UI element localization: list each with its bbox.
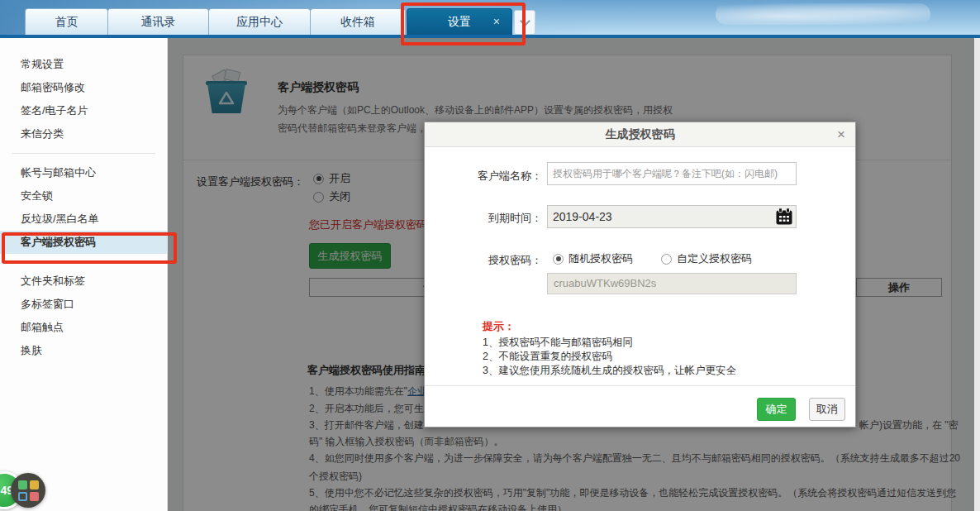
tab-settings[interactable]: 设置 × [407, 8, 512, 35]
radio-row-random: 随机授权密码 [553, 251, 633, 266]
ok-button[interactable]: 确定 [757, 398, 796, 421]
radio-random-password[interactable] [553, 254, 564, 265]
sidebar-item-account-center[interactable]: 帐号与邮箱中心 [0, 161, 167, 184]
dialog-title: 生成授权密码 [425, 122, 855, 146]
chevron-down-icon [520, 16, 530, 26]
grid-square-green [18, 480, 27, 490]
tip-item-1: 1、授权密码不能与邮箱密码相同 [483, 336, 633, 350]
dialog-footer-divider [425, 385, 855, 386]
radio-row-custom: 自定义授权密码 [661, 251, 752, 266]
tab-home[interactable]: 首页 [25, 8, 108, 35]
sidebar-item-antispam[interactable]: 反垃圾/黑白名单 [0, 208, 167, 231]
client-name-input[interactable] [547, 162, 797, 185]
tab-close-icon[interactable]: × [493, 15, 500, 28]
generate-password-dialog: 生成授权密码 × 客户端名称： 到期时间： 授权密码： 随机授权密码 [424, 122, 856, 427]
dialog-header: 生成授权密码 × [425, 122, 855, 147]
sidebar-item-skin[interactable]: 换肤 [0, 339, 167, 362]
grid-square-blue [18, 492, 27, 501]
sidebar-item-mail-touchpoint[interactable]: 邮箱触点 [0, 316, 167, 339]
grid-square-yellow [30, 480, 39, 490]
cloud-decoration [716, 3, 930, 25]
webmail-settings-screen: 首页 通讯录 应用中心 收件箱 设置 × 常规设置 邮箱密码修改 签名/电子名片… [0, 0, 980, 511]
sidebar-item-mail-sorting[interactable]: 来信分类 [0, 122, 167, 146]
sidebar-item-client-auth-password[interactable]: 客户端授权密码 [0, 231, 167, 254]
settings-sidebar: 常规设置 邮箱密码修改 签名/电子名片 来信分类 帐号与邮箱中心 安全锁 反垃圾… [0, 38, 168, 511]
expire-date-input[interactable] [547, 205, 797, 228]
generated-password-field: cruabuWTKw69BN2s [547, 273, 797, 294]
sidebar-item-password-change[interactable]: 邮箱密码修改 [0, 76, 167, 99]
radio-custom-label: 自定义授权密码 [677, 251, 752, 266]
cancel-button[interactable]: 取消 [809, 398, 845, 421]
sidebar-item-signature[interactable]: 签名/电子名片 [0, 99, 167, 122]
close-icon[interactable]: × [837, 122, 845, 146]
sidebar-item-general[interactable]: 常规设置 [0, 53, 167, 76]
tab-contacts[interactable]: 通讯录 [107, 8, 209, 35]
tab-inbox[interactable]: 收件箱 [310, 8, 406, 35]
grid-square-red [30, 492, 39, 501]
tab-settings-label: 设置 [448, 15, 471, 30]
sidebar-item-security-lock[interactable]: 安全锁 [0, 184, 167, 208]
expire-date-label: 到期时间： [458, 211, 542, 226]
tab-app-center[interactable]: 应用中心 [208, 8, 311, 35]
scrollbar-track[interactable] [974, 38, 980, 511]
app-launcher-icon[interactable] [11, 473, 45, 508]
radio-random-label: 随机授权密码 [568, 251, 633, 266]
calendar-icon[interactable] [775, 208, 793, 226]
tip-item-3: 3、建议您使用系统随机生成的授权密码，让帐户更安全 [483, 364, 736, 378]
radio-custom-password[interactable] [661, 254, 672, 265]
sidebar-item-multitab[interactable]: 多标签窗口 [0, 293, 167, 316]
sidebar-divider [12, 261, 155, 262]
sidebar-divider [12, 153, 155, 154]
client-name-label: 客户端名称： [458, 169, 542, 184]
sidebar-item-folders-tags[interactable]: 文件夹和标签 [0, 270, 167, 293]
tab-overflow-button[interactable] [514, 10, 535, 35]
auth-password-label: 授权密码： [458, 253, 542, 268]
tips-title: 提示： [483, 319, 515, 334]
tip-item-2: 2、不能设置重复的授权密码 [483, 350, 612, 364]
